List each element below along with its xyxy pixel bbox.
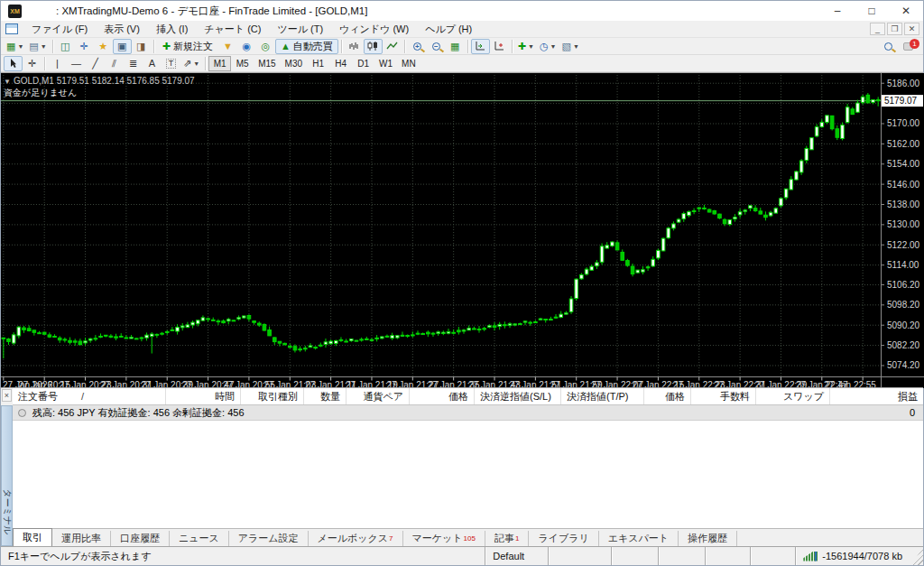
terminal-tab-0[interactable]: 取引 bbox=[13, 528, 52, 546]
close-button[interactable]: ✕ bbox=[889, 1, 923, 21]
timeframe-w1[interactable]: W1 bbox=[374, 56, 397, 71]
community-button[interactable]: ◉ bbox=[237, 39, 256, 54]
column-header-9[interactable]: 手数料 bbox=[691, 388, 756, 404]
minimize-button[interactable]: – bbox=[820, 1, 855, 21]
status-profile[interactable]: Default bbox=[485, 547, 548, 565]
column-header-6[interactable]: 決済逆指値(S/L) bbox=[475, 388, 561, 404]
column-header-10[interactable]: スワップ bbox=[756, 388, 830, 404]
line-chart-button[interactable] bbox=[383, 39, 402, 54]
menu-item-1[interactable]: 表示 (V) bbox=[96, 23, 148, 36]
crosshair-button[interactable]: ✛ bbox=[23, 56, 42, 71]
indicators-button[interactable]: ✚▼ bbox=[515, 39, 537, 54]
timeframe-d1[interactable]: D1 bbox=[352, 56, 374, 71]
timeframe-m5[interactable]: M5 bbox=[231, 56, 254, 71]
column-header-3[interactable]: 数量 bbox=[304, 388, 346, 404]
terminal-side-tab[interactable]: ターミナル bbox=[1, 405, 13, 546]
zoom-in-button[interactable]: + bbox=[408, 39, 427, 54]
tab-badge: 1 bbox=[515, 534, 519, 543]
equidistant-channel-button[interactable]: ⫽ bbox=[105, 56, 124, 71]
trendline-button[interactable]: ╱ bbox=[86, 56, 105, 71]
equidistant-channel-icon: ⫽ bbox=[112, 59, 116, 69]
timeframe-m15[interactable]: M15 bbox=[254, 56, 280, 71]
metaeditor-button[interactable]: ▼ bbox=[218, 39, 237, 54]
terminal-tab-9[interactable]: エキスパート bbox=[599, 531, 679, 546]
terminal-tab-7[interactable]: 記事1 bbox=[485, 531, 529, 546]
menu-item-5[interactable]: ウィンドウ (W) bbox=[331, 23, 417, 36]
autotrading-button[interactable]: ▲ 自動売買 bbox=[275, 39, 338, 54]
column-header-1[interactable]: 時間 bbox=[166, 388, 241, 404]
menu-item-2[interactable]: 挿入 (I) bbox=[148, 23, 196, 36]
chart-window-icon[interactable] bbox=[5, 23, 18, 34]
navigator-button[interactable]: ★ bbox=[94, 39, 113, 54]
menu-item-0[interactable]: ファイル (F) bbox=[23, 23, 96, 36]
terminal-close-button[interactable]: × bbox=[2, 389, 12, 402]
terminal-tab-2[interactable]: 口座履歴 bbox=[111, 531, 170, 546]
templates-button[interactable]: ▧▼ bbox=[559, 39, 582, 54]
balance-row[interactable]: 残高: 456 JPY 有効証拠金: 456 余剰証拠金: 456 0 bbox=[13, 405, 923, 421]
terminal-tab-10[interactable]: 操作履歴 bbox=[679, 531, 737, 546]
resize-grip[interactable] bbox=[911, 547, 923, 565]
timeframe-m1[interactable]: M1 bbox=[208, 56, 231, 71]
periods-button[interactable]: ◷▼ bbox=[537, 39, 559, 54]
tile-windows-button[interactable]: ▦ bbox=[446, 39, 465, 54]
chart-collapse-icon[interactable]: ▼ bbox=[4, 78, 11, 86]
terminal-tab-3[interactable]: ニュース bbox=[170, 531, 229, 546]
zoom-out-icon: − bbox=[432, 42, 440, 51]
terminal-tab-1[interactable]: 運用比率 bbox=[52, 531, 111, 546]
vertical-line-button[interactable]: | bbox=[48, 56, 67, 71]
search-button[interactable] bbox=[879, 39, 898, 54]
timeframe-h4[interactable]: H4 bbox=[329, 56, 352, 71]
menu-item-6[interactable]: ヘルプ (H) bbox=[417, 23, 480, 36]
cursor-button[interactable] bbox=[4, 56, 23, 71]
new-order-button[interactable]: ✚ 新規注文 bbox=[157, 39, 218, 54]
text-label-button[interactable]: T bbox=[162, 56, 180, 71]
timeframe-h1[interactable]: H1 bbox=[307, 56, 329, 71]
column-header-7[interactable]: 決済指値(T/P) bbox=[561, 388, 644, 404]
column-header-5[interactable]: 価格 bbox=[410, 388, 475, 404]
profiles-icon: ▤ bbox=[29, 42, 38, 51]
chart-shift-button[interactable] bbox=[490, 39, 509, 54]
horizontal-line-button[interactable]: — bbox=[67, 56, 86, 71]
text-button[interactable]: A bbox=[143, 56, 162, 71]
terminal-tab-5[interactable]: メールボックス7 bbox=[309, 531, 403, 546]
mdi-close-button[interactable]: ✕ bbox=[904, 23, 919, 35]
column-header-2[interactable]: 取引種別 bbox=[241, 388, 304, 404]
timeframe-mn[interactable]: MN bbox=[397, 56, 420, 71]
auto-scroll-button[interactable] bbox=[471, 39, 490, 54]
mdi-restore-button[interactable]: ❐ bbox=[887, 23, 902, 35]
timeframe-m30[interactable]: M30 bbox=[281, 56, 307, 71]
periods-clock-icon: ◷ bbox=[540, 42, 549, 51]
data-window-button[interactable]: ✛ bbox=[75, 39, 94, 54]
column-header-8[interactable]: 価格 bbox=[644, 388, 691, 404]
column-header-0[interactable]: 注文番号/ bbox=[13, 388, 166, 404]
candlestick-button[interactable] bbox=[364, 39, 383, 54]
zoom-out-button[interactable]: − bbox=[427, 39, 446, 54]
chat-button[interactable]: 1 bbox=[898, 39, 918, 54]
bar-chart-button[interactable] bbox=[345, 39, 364, 54]
profiles-button[interactable]: ▤▼ bbox=[26, 39, 49, 54]
fibonacci-button[interactable]: ≣ bbox=[124, 56, 143, 71]
balance-text: 残高: 456 JPY 有効証拠金: 456 余剰証拠金: 456 bbox=[32, 406, 245, 420]
terminal-button[interactable]: ▣ bbox=[113, 39, 132, 54]
column-header-4[interactable]: 通貨ペア bbox=[346, 388, 410, 404]
terminal-tab-8[interactable]: ライブラリ bbox=[529, 531, 598, 546]
terminal-body[interactable] bbox=[13, 421, 923, 528]
terminal-tab-6[interactable]: マーケット105 bbox=[403, 531, 485, 546]
terminal-tab-label: エキスパート bbox=[608, 532, 669, 545]
line-chart-icon bbox=[386, 41, 398, 51]
candlestick-chart[interactable]: 5186.005178.005170.005162.005154.005146.… bbox=[1, 73, 924, 388]
arrows-button[interactable]: ⇗▼ bbox=[180, 56, 202, 71]
title-bar: XM : XMTradingMU-Demo 6 - デモ口座 - FinTrad… bbox=[1, 1, 923, 21]
menu-item-3[interactable]: チャート (C) bbox=[196, 23, 269, 36]
terminal-tab-label: 口座履歴 bbox=[120, 532, 160, 545]
column-header-11[interactable]: 損益 bbox=[830, 388, 923, 404]
chart-area[interactable]: 5186.005178.005170.005162.005154.005146.… bbox=[1, 72, 923, 387]
mdi-minimize-button[interactable]: _ bbox=[870, 23, 885, 35]
market-watch-button[interactable]: ◫ bbox=[56, 39, 75, 54]
terminal-tab-4[interactable]: アラーム設定 bbox=[229, 531, 309, 546]
menu-item-4[interactable]: ツール (T) bbox=[269, 23, 331, 36]
maximize-button[interactable]: □ bbox=[855, 1, 889, 21]
new-chart-button[interactable]: ▦▼ bbox=[4, 39, 26, 54]
strategy-tester-button[interactable]: ◨ bbox=[132, 39, 151, 54]
signals-button[interactable]: ◎ bbox=[256, 39, 275, 54]
